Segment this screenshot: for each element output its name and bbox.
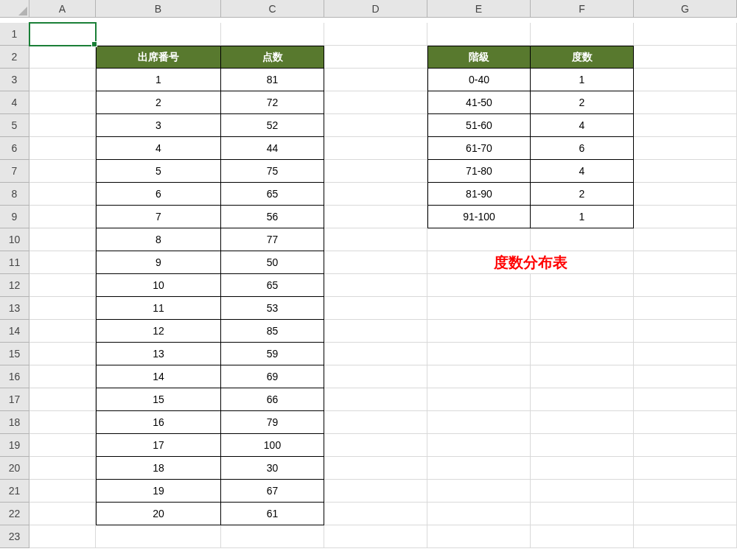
cell-F1[interactable] (531, 23, 634, 46)
cell-D16[interactable] (324, 365, 427, 388)
cell-C4[interactable]: 72 (221, 91, 324, 114)
cell-D19[interactable] (324, 434, 427, 457)
cell-F22[interactable] (531, 503, 634, 525)
cell-C8[interactable]: 65 (221, 183, 324, 206)
row-header-6[interactable]: 6 (0, 137, 29, 160)
cell-C3[interactable]: 81 (221, 69, 324, 91)
cell-G14[interactable] (634, 320, 737, 343)
cell-C9[interactable]: 56 (221, 206, 324, 228)
cell-A15[interactable] (29, 343, 96, 365)
cell-G23[interactable] (634, 525, 737, 548)
cell-E2[interactable]: 階級 (427, 46, 531, 69)
column-header-C[interactable]: C (221, 0, 324, 18)
row-header-12[interactable]: 12 (0, 274, 29, 297)
cell-C19[interactable]: 100 (221, 434, 324, 457)
cell-C1[interactable] (221, 23, 324, 46)
cell-B2[interactable]: 出席番号 (96, 46, 221, 69)
row-header-1[interactable]: 1 (0, 23, 29, 46)
cell-E22[interactable] (427, 503, 531, 525)
cell-C21[interactable]: 67 (221, 480, 324, 503)
row-header-16[interactable]: 16 (0, 365, 29, 388)
cell-C12[interactable]: 65 (221, 274, 324, 297)
cell-E4[interactable]: 41-50 (427, 91, 531, 114)
cell-F21[interactable] (531, 480, 634, 503)
cell-D18[interactable] (324, 411, 427, 434)
cell-F18[interactable] (531, 411, 634, 434)
cell-F6[interactable]: 6 (531, 137, 634, 160)
column-header-E[interactable]: E (427, 0, 531, 18)
cell-E7[interactable]: 71-80 (427, 160, 531, 183)
cell-B18[interactable]: 16 (96, 411, 221, 434)
cell-C5[interactable]: 52 (221, 114, 324, 137)
cell-D12[interactable] (324, 274, 427, 297)
cell-C14[interactable]: 85 (221, 320, 324, 343)
cell-F15[interactable] (531, 343, 634, 365)
row-header-22[interactable]: 22 (0, 503, 29, 525)
row-header-11[interactable]: 11 (0, 251, 29, 274)
cell-A18[interactable] (29, 411, 96, 434)
column-header-G[interactable]: G (634, 0, 737, 18)
cell-G7[interactable] (634, 160, 737, 183)
cell-C17[interactable]: 66 (221, 388, 324, 411)
cell-G2[interactable] (634, 46, 737, 69)
cell-E20[interactable] (427, 457, 531, 480)
cell-C18[interactable]: 79 (221, 411, 324, 434)
cell-A8[interactable] (29, 183, 96, 206)
cell-E16[interactable] (427, 365, 531, 388)
cell-E6[interactable]: 61-70 (427, 137, 531, 160)
cell-F16[interactable] (531, 365, 634, 388)
cell-B3[interactable]: 1 (96, 69, 221, 91)
cell-C10[interactable]: 77 (221, 228, 324, 251)
cell-F4[interactable]: 2 (531, 91, 634, 114)
cell-E12[interactable] (427, 274, 531, 297)
column-header-A[interactable]: A (29, 0, 96, 18)
row-header-18[interactable]: 18 (0, 411, 29, 434)
cell-F19[interactable] (531, 434, 634, 457)
spreadsheet-grid[interactable]: ABCDEFG12出席番号点数階級度数31810-401427241-50253… (0, 0, 737, 548)
cell-A10[interactable] (29, 228, 96, 251)
cell-D7[interactable] (324, 160, 427, 183)
cell-G17[interactable] (634, 388, 737, 411)
cell-E1[interactable] (427, 23, 531, 46)
cell-C23[interactable] (221, 525, 324, 548)
cell-A17[interactable] (29, 388, 96, 411)
cell-B4[interactable]: 2 (96, 91, 221, 114)
cell-F5[interactable]: 4 (531, 114, 634, 137)
cell-F7[interactable]: 4 (531, 160, 634, 183)
cell-B23[interactable] (96, 525, 221, 548)
cell-D5[interactable] (324, 114, 427, 137)
cell-B1[interactable] (96, 23, 221, 46)
cell-E21[interactable] (427, 480, 531, 503)
cell-D17[interactable] (324, 388, 427, 411)
cell-E5[interactable]: 51-60 (427, 114, 531, 137)
row-header-7[interactable]: 7 (0, 160, 29, 183)
cell-E13[interactable] (427, 297, 531, 320)
cell-D6[interactable] (324, 137, 427, 160)
cell-A9[interactable] (29, 206, 96, 228)
row-header-2[interactable]: 2 (0, 46, 29, 69)
cell-B9[interactable]: 7 (96, 206, 221, 228)
cell-G10[interactable] (634, 228, 737, 251)
cell-G3[interactable] (634, 69, 737, 91)
cell-C6[interactable]: 44 (221, 137, 324, 160)
cell-G4[interactable] (634, 91, 737, 114)
cell-G13[interactable] (634, 297, 737, 320)
row-header-10[interactable]: 10 (0, 228, 29, 251)
cell-F8[interactable]: 2 (531, 183, 634, 206)
cell-G5[interactable] (634, 114, 737, 137)
cell-D1[interactable] (324, 23, 427, 46)
cell-G16[interactable] (634, 365, 737, 388)
cell-B6[interactable]: 4 (96, 137, 221, 160)
cell-C11[interactable]: 50 (221, 251, 324, 274)
cell-D21[interactable] (324, 480, 427, 503)
row-header-17[interactable]: 17 (0, 388, 29, 411)
cell-D3[interactable] (324, 69, 427, 91)
cell-F12[interactable] (531, 274, 634, 297)
cell-G15[interactable] (634, 343, 737, 365)
cell-F23[interactable] (531, 525, 634, 548)
cell-C7[interactable]: 75 (221, 160, 324, 183)
cell-A16[interactable] (29, 365, 96, 388)
cell-F14[interactable] (531, 320, 634, 343)
cell-C16[interactable]: 69 (221, 365, 324, 388)
cell-A19[interactable] (29, 434, 96, 457)
